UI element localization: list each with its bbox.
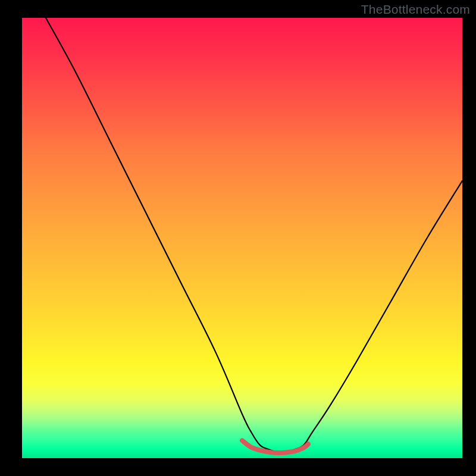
chart-frame: TheBottleneck.com <box>0 0 476 476</box>
bottleneck-curve <box>46 18 462 452</box>
optimal-band-curve <box>242 440 308 453</box>
curve-layer <box>22 18 462 458</box>
plot-area <box>22 18 462 458</box>
watermark-text: TheBottleneck.com <box>361 2 470 17</box>
